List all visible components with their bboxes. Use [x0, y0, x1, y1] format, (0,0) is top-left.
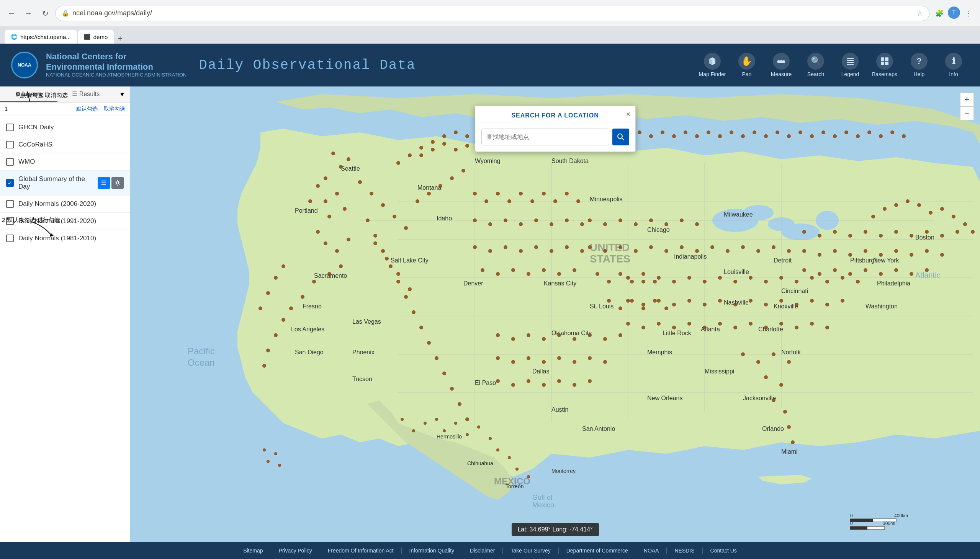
- svg-point-142: [507, 199, 511, 203]
- svg-point-99: [323, 199, 327, 203]
- footer-link-dept-commerce[interactable]: Department of Commerce: [559, 547, 636, 554]
- svg-point-158: [488, 249, 492, 253]
- menu-button[interactable]: ⋮: [962, 7, 975, 20]
- svg-point-177: [665, 222, 668, 226]
- footer-link-privacy[interactable]: Privacy Policy: [271, 547, 320, 554]
- footer-link-take-survey[interactable]: Take Our Survey: [503, 547, 558, 554]
- pan-label: Pan: [742, 71, 752, 77]
- layer-item-ghcn-daily[interactable]: GHCN Daily: [0, 119, 130, 136]
- basemaps-label: Basemaps: [872, 71, 897, 77]
- svg-text:Monterrey: Monterrey: [551, 468, 575, 474]
- svg-text:Indianapolis: Indianapolis: [674, 253, 706, 260]
- svg-point-341: [833, 134, 837, 138]
- footer-link-foia[interactable]: Freedom Of Information Act: [320, 547, 402, 554]
- reload-button[interactable]: ↻: [38, 7, 52, 20]
- svg-point-192: [772, 245, 776, 249]
- svg-point-202: [925, 230, 929, 234]
- layer-checkbox-cocorahs[interactable]: [6, 141, 14, 149]
- svg-point-185: [665, 249, 668, 253]
- layer-item-dn-1991-2020[interactable]: Daily Normals (1991-2020): [0, 213, 130, 230]
- tool-legend[interactable]: Legend: [833, 50, 867, 80]
- layer-item-gsotd[interactable]: Global Summary of the Day: [0, 170, 130, 195]
- deselect-all-btn[interactable]: 取消勾选: [104, 106, 125, 112]
- tool-basemaps[interactable]: Basemaps: [867, 50, 902, 80]
- forward-button[interactable]: →: [22, 7, 35, 20]
- svg-point-291: [572, 383, 576, 387]
- layer-checkbox-dn-1991-2020[interactable]: [6, 217, 14, 225]
- help-label: Help: [914, 71, 925, 77]
- address-bar[interactable]: 🔒 ncei.noaa.gov/maps/daily/ ☆: [55, 6, 929, 21]
- layer-settings-button-gsotd[interactable]: [111, 177, 124, 189]
- search-dialog-close-button[interactable]: ×: [626, 110, 631, 119]
- svg-point-270: [511, 337, 515, 341]
- layer-checkbox-gsotd[interactable]: [6, 179, 14, 187]
- svg-point-260: [703, 326, 706, 329]
- svg-point-273: [557, 333, 561, 337]
- zoom-out-button[interactable]: −: [960, 106, 974, 120]
- footer-link-contact[interactable]: Contact Us: [703, 547, 745, 554]
- footer-link-noaa[interactable]: NOAA: [636, 547, 667, 554]
- svg-point-389: [412, 429, 415, 432]
- svg-point-120: [358, 180, 362, 184]
- svg-point-245: [703, 303, 706, 306]
- info-icon: ℹ: [945, 53, 962, 69]
- tool-measure[interactable]: Measure: [764, 50, 798, 80]
- svg-point-148: [576, 199, 580, 203]
- svg-point-173: [603, 222, 607, 226]
- svg-point-394: [466, 433, 469, 436]
- tool-help[interactable]: ? Help: [902, 50, 936, 80]
- select-all-btn[interactable]: 默认勾选: [76, 106, 98, 112]
- svg-point-248: [749, 299, 753, 303]
- svg-point-377: [607, 280, 611, 283]
- tab-demo[interactable]: ⬛ demo: [78, 30, 114, 44]
- layer-item-dn-1981-2010[interactable]: Daily Normals (1981-2010): [0, 230, 130, 247]
- svg-point-345: [879, 134, 883, 138]
- svg-point-306: [431, 140, 434, 144]
- extensions-button[interactable]: 🧩: [932, 7, 946, 20]
- tab-results[interactable]: ☰ Results: [58, 86, 115, 102]
- footer-link-info-quality[interactable]: Information Quality: [402, 547, 463, 554]
- profile-button[interactable]: T: [948, 7, 960, 19]
- footer-link-disclaimer[interactable]: Disclaimer: [462, 547, 503, 554]
- layer-name-ghcn-daily: GHCN Daily: [18, 124, 124, 131]
- svg-point-267: [810, 322, 814, 326]
- tool-search[interactable]: 🔍 Search: [798, 50, 833, 80]
- star-icon[interactable]: ☆: [917, 9, 923, 18]
- layer-item-cocorahs[interactable]: CoCoRaHS: [0, 136, 130, 154]
- svg-point-256: [642, 326, 645, 329]
- map-area[interactable]: Pacific Ocean Atlantic: [130, 86, 980, 542]
- header-tools: Map Finder ✋ Pan Measure 🔍 Search Legend: [695, 50, 971, 80]
- location-search-button[interactable]: [612, 129, 629, 146]
- location-search-input[interactable]: [481, 129, 609, 146]
- tab-layers[interactable]: ⊕ Layers: [0, 86, 58, 102]
- svg-point-400: [527, 475, 530, 478]
- tool-info[interactable]: ℹ Info: [936, 50, 971, 80]
- svg-point-113: [274, 333, 278, 337]
- footer-link-sitemap[interactable]: Sitemap: [235, 547, 271, 554]
- layer-checkbox-ghcn-daily[interactable]: [6, 124, 14, 131]
- svg-point-365: [408, 287, 412, 291]
- zoom-in-button[interactable]: +: [960, 93, 974, 106]
- back-button[interactable]: ←: [5, 7, 18, 20]
- svg-point-351: [389, 265, 393, 268]
- layer-item-wmo[interactable]: WMO: [0, 154, 130, 170]
- info-label: Info: [949, 71, 958, 77]
- tab-favicon-2: ⬛: [84, 34, 90, 40]
- new-tab-button[interactable]: +: [118, 34, 123, 44]
- layer-item-dn-2006-2020[interactable]: Daily Normals (2006-2020): [0, 195, 130, 213]
- svg-point-292: [588, 379, 592, 383]
- svg-point-179: [695, 222, 699, 226]
- sidebar-collapse-btn[interactable]: ▼: [114, 86, 130, 102]
- svg-text:Jacksonville: Jacksonville: [743, 395, 776, 401]
- footer-link-nesdis[interactable]: NESDIS: [667, 547, 702, 554]
- tool-pan[interactable]: ✋ Pan: [730, 50, 764, 80]
- layer-checkbox-wmo[interactable]: [6, 158, 14, 166]
- tool-map-finder[interactable]: Map Finder: [695, 50, 730, 80]
- browser-chrome: ← → ↻ 🔒 ncei.noaa.gov/maps/daily/ ☆ 🧩 T …: [0, 0, 980, 27]
- svg-point-143: [519, 192, 523, 195]
- layer-configure-button-gsotd[interactable]: [98, 177, 110, 189]
- layer-checkbox-dn-2006-2020[interactable]: [6, 200, 14, 208]
- svg-point-250: [779, 299, 783, 303]
- tab-openai[interactable]: 🌐 https://chat.opena...: [5, 30, 77, 44]
- layer-checkbox-dn-1981-2010[interactable]: [6, 235, 14, 242]
